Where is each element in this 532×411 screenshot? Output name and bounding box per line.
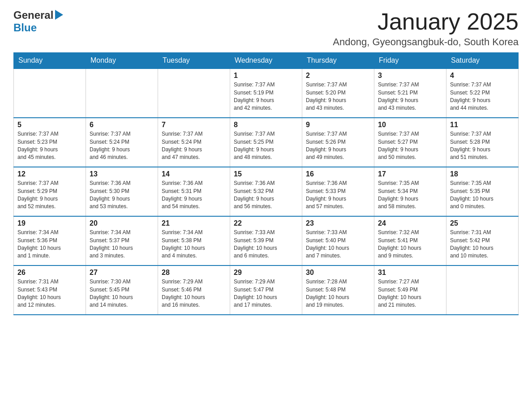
calendar-week-row: 12Sunrise: 7:37 AM Sunset: 5:29 PM Dayli…: [14, 167, 519, 216]
calendar-day-cell: 28Sunrise: 7:29 AM Sunset: 5:46 PM Dayli…: [158, 265, 230, 315]
day-number: 22: [234, 219, 298, 227]
calendar-day-cell: 9Sunrise: 7:37 AM Sunset: 5:26 PM Daylig…: [302, 118, 374, 167]
calendar-day-cell: [158, 68, 230, 118]
day-info: Sunrise: 7:30 AM Sunset: 5:45 PM Dayligh…: [90, 278, 154, 309]
day-number: 28: [162, 269, 226, 277]
day-number: 8: [234, 121, 298, 129]
day-info: Sunrise: 7:37 AM Sunset: 5:25 PM Dayligh…: [234, 130, 298, 162]
calendar-day-cell: 23Sunrise: 7:33 AM Sunset: 5:40 PM Dayli…: [302, 216, 374, 265]
day-info: Sunrise: 7:37 AM Sunset: 5:20 PM Dayligh…: [306, 81, 370, 112]
day-number: 3: [378, 72, 442, 80]
calendar-day-cell: [14, 68, 86, 118]
day-number: 18: [450, 170, 515, 178]
day-number: 21: [162, 219, 226, 227]
calendar-day-cell: 1Sunrise: 7:37 AM Sunset: 5:19 PM Daylig…: [230, 68, 302, 118]
logo-arrow-icon: [55, 10, 63, 20]
day-of-week-header: Friday: [374, 53, 446, 69]
calendar-day-cell: 21Sunrise: 7:34 AM Sunset: 5:38 PM Dayli…: [158, 216, 230, 265]
day-number: 31: [378, 269, 442, 277]
day-number: 27: [90, 269, 154, 277]
calendar-header-row: SundayMondayTuesdayWednesdayThursdayFrid…: [14, 53, 519, 69]
day-number: 26: [17, 269, 82, 277]
day-info: Sunrise: 7:33 AM Sunset: 5:39 PM Dayligh…: [234, 229, 298, 260]
day-number: 7: [162, 121, 226, 129]
calendar-day-cell: 31Sunrise: 7:27 AM Sunset: 5:49 PM Dayli…: [374, 265, 446, 315]
logo-text-blue: Blue: [13, 21, 37, 34]
day-number: 2: [306, 72, 370, 80]
day-info: Sunrise: 7:29 AM Sunset: 5:46 PM Dayligh…: [162, 278, 226, 309]
calendar-day-cell: 20Sunrise: 7:34 AM Sunset: 5:37 PM Dayli…: [86, 216, 158, 265]
day-info: Sunrise: 7:34 AM Sunset: 5:36 PM Dayligh…: [17, 229, 82, 260]
day-number: 5: [17, 121, 82, 129]
calendar-day-cell: 8Sunrise: 7:37 AM Sunset: 5:25 PM Daylig…: [230, 118, 302, 167]
calendar-week-row: 1Sunrise: 7:37 AM Sunset: 5:19 PM Daylig…: [14, 68, 519, 118]
day-of-week-header: Tuesday: [158, 53, 230, 69]
day-info: Sunrise: 7:27 AM Sunset: 5:49 PM Dayligh…: [378, 278, 442, 309]
calendar-week-row: 19Sunrise: 7:34 AM Sunset: 5:36 PM Dayli…: [14, 216, 519, 265]
calendar-day-cell: 10Sunrise: 7:37 AM Sunset: 5:27 PM Dayli…: [374, 118, 446, 167]
day-number: 17: [378, 170, 442, 178]
day-info: Sunrise: 7:37 AM Sunset: 5:22 PM Dayligh…: [450, 81, 515, 112]
day-info: Sunrise: 7:33 AM Sunset: 5:40 PM Dayligh…: [306, 229, 370, 260]
day-info: Sunrise: 7:35 AM Sunset: 5:35 PM Dayligh…: [450, 180, 515, 211]
page-title: January 2025: [333, 9, 519, 34]
day-info: Sunrise: 7:28 AM Sunset: 5:48 PM Dayligh…: [306, 278, 370, 309]
calendar-day-cell: 13Sunrise: 7:36 AM Sunset: 5:30 PM Dayli…: [86, 167, 158, 216]
svg-marker-0: [55, 10, 63, 20]
day-info: Sunrise: 7:31 AM Sunset: 5:42 PM Dayligh…: [450, 229, 515, 260]
day-info: Sunrise: 7:34 AM Sunset: 5:38 PM Dayligh…: [162, 229, 226, 260]
calendar-day-cell: 12Sunrise: 7:37 AM Sunset: 5:29 PM Dayli…: [14, 167, 86, 216]
day-info: Sunrise: 7:37 AM Sunset: 5:29 PM Dayligh…: [17, 180, 82, 211]
calendar-day-cell: 16Sunrise: 7:36 AM Sunset: 5:33 PM Dayli…: [302, 167, 374, 216]
calendar-day-cell: 14Sunrise: 7:36 AM Sunset: 5:31 PM Dayli…: [158, 167, 230, 216]
calendar-day-cell: 19Sunrise: 7:34 AM Sunset: 5:36 PM Dayli…: [14, 216, 86, 265]
day-info: Sunrise: 7:32 AM Sunset: 5:41 PM Dayligh…: [378, 229, 442, 260]
day-info: Sunrise: 7:37 AM Sunset: 5:26 PM Dayligh…: [306, 130, 370, 162]
day-info: Sunrise: 7:37 AM Sunset: 5:23 PM Dayligh…: [17, 130, 82, 162]
day-number: 11: [450, 121, 515, 129]
logo-text-general: General: [13, 9, 53, 21]
day-number: 15: [234, 170, 298, 178]
calendar-table: SundayMondayTuesdayWednesdayThursdayFrid…: [13, 52, 519, 315]
day-number: 6: [90, 121, 154, 129]
day-number: 20: [90, 219, 154, 227]
day-info: Sunrise: 7:35 AM Sunset: 5:34 PM Dayligh…: [378, 180, 442, 211]
day-info: Sunrise: 7:37 AM Sunset: 5:24 PM Dayligh…: [90, 130, 154, 162]
calendar-day-cell: [86, 68, 158, 118]
day-info: Sunrise: 7:36 AM Sunset: 5:32 PM Dayligh…: [234, 180, 298, 211]
day-info: Sunrise: 7:29 AM Sunset: 5:47 PM Dayligh…: [234, 278, 298, 309]
calendar-day-cell: 22Sunrise: 7:33 AM Sunset: 5:39 PM Dayli…: [230, 216, 302, 265]
calendar-day-cell: 24Sunrise: 7:32 AM Sunset: 5:41 PM Dayli…: [374, 216, 446, 265]
day-number: 9: [306, 121, 370, 129]
calendar-day-cell: 30Sunrise: 7:28 AM Sunset: 5:48 PM Dayli…: [302, 265, 374, 315]
day-number: 29: [234, 269, 298, 277]
day-number: 19: [17, 219, 82, 227]
day-number: 16: [306, 170, 370, 178]
page-header: General Blue January 2025 Andong, Gyeong…: [13, 9, 519, 48]
day-info: Sunrise: 7:36 AM Sunset: 5:33 PM Dayligh…: [306, 180, 370, 211]
calendar-day-cell: 27Sunrise: 7:30 AM Sunset: 5:45 PM Dayli…: [86, 265, 158, 315]
day-number: 25: [450, 219, 515, 227]
calendar-day-cell: 11Sunrise: 7:37 AM Sunset: 5:28 PM Dayli…: [446, 118, 519, 167]
calendar-day-cell: 7Sunrise: 7:37 AM Sunset: 5:24 PM Daylig…: [158, 118, 230, 167]
day-number: 24: [378, 219, 442, 227]
calendar-week-row: 26Sunrise: 7:31 AM Sunset: 5:43 PM Dayli…: [14, 265, 519, 315]
calendar-day-cell: 2Sunrise: 7:37 AM Sunset: 5:20 PM Daylig…: [302, 68, 374, 118]
calendar-day-cell: 18Sunrise: 7:35 AM Sunset: 5:35 PM Dayli…: [446, 167, 519, 216]
day-info: Sunrise: 7:37 AM Sunset: 5:19 PM Dayligh…: [234, 81, 298, 112]
day-info: Sunrise: 7:36 AM Sunset: 5:31 PM Dayligh…: [162, 180, 226, 211]
day-of-week-header: Wednesday: [230, 53, 302, 69]
calendar-day-cell: 17Sunrise: 7:35 AM Sunset: 5:34 PM Dayli…: [374, 167, 446, 216]
day-of-week-header: Sunday: [14, 53, 86, 69]
day-of-week-header: Saturday: [446, 53, 519, 69]
day-number: 23: [306, 219, 370, 227]
day-info: Sunrise: 7:37 AM Sunset: 5:21 PM Dayligh…: [378, 81, 442, 112]
calendar-day-cell: [446, 265, 519, 315]
day-info: Sunrise: 7:31 AM Sunset: 5:43 PM Dayligh…: [17, 278, 82, 309]
calendar-day-cell: 3Sunrise: 7:37 AM Sunset: 5:21 PM Daylig…: [374, 68, 446, 118]
calendar-day-cell: 29Sunrise: 7:29 AM Sunset: 5:47 PM Dayli…: [230, 265, 302, 315]
calendar-day-cell: 15Sunrise: 7:36 AM Sunset: 5:32 PM Dayli…: [230, 167, 302, 216]
calendar-day-cell: 26Sunrise: 7:31 AM Sunset: 5:43 PM Dayli…: [14, 265, 86, 315]
calendar-week-row: 5Sunrise: 7:37 AM Sunset: 5:23 PM Daylig…: [14, 118, 519, 167]
page-subtitle: Andong, Gyeongsangbuk-do, South Korea: [333, 36, 519, 48]
